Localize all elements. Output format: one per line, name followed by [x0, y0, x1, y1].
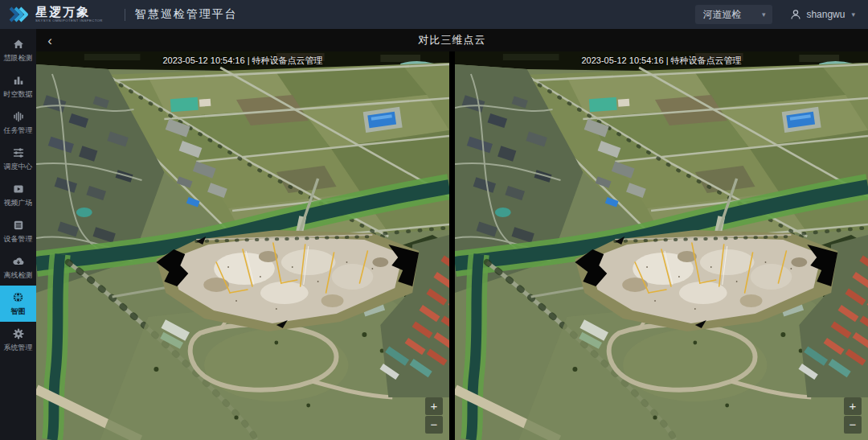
- chevron-down-icon: ▾: [762, 10, 766, 19]
- map-canvas-left[interactable]: [36, 51, 449, 440]
- sidebar-item-spatiotemporal-data[interactable]: 时空数据: [0, 68, 36, 105]
- brand-name: 星逻万象: [35, 6, 115, 18]
- header-divider: [125, 9, 125, 21]
- sidebar-item-smart-map[interactable]: 智图: [0, 286, 36, 322]
- zoom-in-button[interactable]: +: [425, 397, 443, 415]
- map-canvas-right[interactable]: [455, 51, 868, 440]
- sidebar-item-offline-detect[interactable]: 离线检测: [0, 249, 36, 286]
- compare-view: 2023-05-12 10:54:16 | 特种设备点云管理 + − 2023-…: [36, 51, 868, 440]
- zoom-out-button[interactable]: −: [425, 416, 443, 434]
- zoom-controls-right: + −: [844, 397, 862, 434]
- zoom-out-button[interactable]: −: [844, 416, 862, 434]
- video-icon: [12, 183, 25, 195]
- plus-icon: +: [431, 399, 438, 413]
- sidebar-item-system-mgmt[interactable]: 系统管理: [0, 322, 36, 358]
- brand-block: 星逻万象 SKYSYS OMNIPOTENT INSPECTOR: [35, 6, 115, 23]
- sidebar-item-video-plaza[interactable]: 视频广场: [0, 177, 36, 213]
- project-select-dropdown[interactable]: 河道巡检 ▾: [695, 5, 772, 24]
- gear-icon: [12, 327, 25, 340]
- minus-icon: −: [431, 417, 438, 431]
- sidebar-item-task-mgmt[interactable]: 任务管理: [0, 105, 36, 141]
- user-icon: [790, 9, 801, 20]
- cloud-download-icon: [12, 255, 25, 268]
- compare-toolbar: ‹ 对比三维点云: [36, 29, 868, 51]
- map-panel-left: 2023-05-12 10:54:16 | 特种设备点云管理 + −: [36, 51, 449, 440]
- top-header: 星逻万象 SKYSYS OMNIPOTENT INSPECTOR 智慧巡检管理平…: [0, 0, 868, 29]
- globe-icon: [11, 290, 25, 304]
- map-panel-right: 2023-05-12 10:54:16 | 特种设备点云管理 + −: [455, 51, 868, 440]
- minus-icon: −: [850, 417, 857, 431]
- sidebar-item-device-mgmt[interactable]: 设备管理: [0, 213, 36, 249]
- username: shangwu: [806, 9, 845, 20]
- compare-title: 对比三维点云: [36, 33, 868, 47]
- brand-logo-icon: [6, 2, 31, 27]
- page-title: 智慧巡检管理平台: [135, 7, 238, 22]
- app-window: 星逻万象 SKYSYS OMNIPOTENT INSPECTOR 智慧巡检管理平…: [0, 0, 868, 440]
- zoom-controls-left: + −: [425, 397, 443, 434]
- zoom-in-button[interactable]: +: [844, 397, 862, 415]
- project-select-value: 河道巡检: [702, 8, 741, 22]
- device-list-icon: [12, 219, 25, 232]
- bar-chart-icon: [12, 74, 25, 87]
- waveform-icon: [12, 110, 25, 123]
- sidebar-item-eye-detect[interactable]: 慧眼检测: [0, 32, 36, 68]
- home-icon: [12, 38, 25, 51]
- user-menu[interactable]: shangwu ▾: [790, 9, 855, 20]
- brand-subtitle: SKYSYS OMNIPOTENT INSPECTOR: [35, 19, 103, 23]
- plus-icon: +: [850, 399, 857, 413]
- main-content: ‹ 对比三维点云: [36, 29, 868, 440]
- sliders-icon: [12, 146, 25, 159]
- sidebar-item-dispatch-center[interactable]: 调度中心: [0, 141, 36, 177]
- chevron-down-icon: ▾: [851, 10, 855, 19]
- sidebar-nav: 慧眼检测 时空数据 任务管理: [0, 29, 36, 440]
